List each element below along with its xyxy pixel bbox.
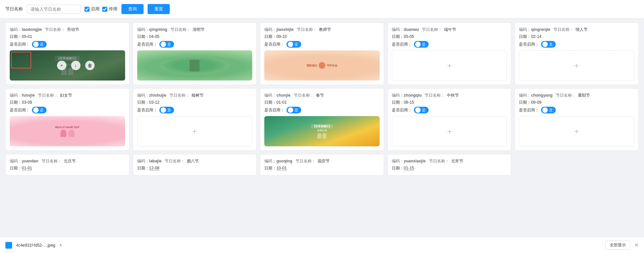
image-area-zhongqiu[interactable]: ＋ <box>392 116 507 146</box>
festival-card-guoqing: 编码：guoqing 节日名称：国庆节 日期：10-01 <box>260 154 384 175</box>
festival-name-label: 节日名称 <box>5 6 23 12</box>
selection-border <box>11 52 31 68</box>
image-area-qingming[interactable] <box>137 50 253 81</box>
festival-card-labajie: 编码：labajie 节日名称：腊八节 日期：12-08 <box>133 154 257 175</box>
festival-card-funvjie: 编码：funvjie 节日名称：妇女节 日期：03-08 是否启用： 是 Wor… <box>5 88 129 151</box>
festival-card-yuanxiaojie: 编码：yuanxiaojie 节日名称：元宵节 日期：01-15 <box>387 154 512 175</box>
toggle-zhishujie[interactable]: 是 <box>159 107 174 113</box>
festival-card-chongyang: 编码：chongyang 节日名称：重阳节 日期：09-09 是否启用： 是 ＋ <box>515 88 639 151</box>
festival-card-duanwu: 编码：duanwu 节日名称：端午节 日期：05-05 是否启用： 是 ＋ <box>387 22 512 85</box>
festival-card-jiaoshijie: 编码：jiaoshijie 节日名称：教师节 日期：09-10 是否启用： 是 … <box>260 22 384 85</box>
image-overlay: ＋ ↓ 🗑 <box>10 50 125 81</box>
file-type-icon <box>5 242 12 249</box>
toggle-funvjie[interactable]: 是 <box>32 107 47 113</box>
upload-icon[interactable]: ＋ <box>57 61 66 70</box>
main-content: 编码：laodongjie 节日名称：劳动节 日期：05-01 是否启用： 是 … <box>0 18 644 253</box>
query-button[interactable]: 查询 <box>121 4 144 14</box>
image-area-chunjie[interactable]: 【世界保健日】 10月11日 <box>264 116 380 146</box>
toggle-qingming[interactable]: 是 <box>159 41 174 48</box>
search-input[interactable] <box>27 5 80 14</box>
festival-card-yuandan: 编码：yuandan 节日名称：元旦节 日期：01-01 <box>5 154 129 175</box>
add-image-icon: ＋ <box>573 61 581 69</box>
festival-card-zhishujie: 编码：zhishujie 节日名称：植树节 日期：03-12 是否启用： 是 ＋ <box>133 88 257 151</box>
filename-label: 4c4e931f-fd52-....jpeg <box>16 243 55 248</box>
card-meta: 编码：laodongjie 节日名称：劳动节 <box>10 27 125 33</box>
reset-button[interactable]: 重置 <box>148 4 170 14</box>
image-area-duanwu[interactable]: ＋ <box>392 50 507 81</box>
image-area-chongyang[interactable]: ＋ <box>519 116 634 146</box>
search-bar: 节日名称 启用 停用 查询 重置 <box>0 0 644 18</box>
festival-card-chunjie: 编码：chunjie 节日名称：春节 日期：01-01 是否启用： 是 【世界保… <box>260 88 384 151</box>
toggle-zhongqiu[interactable]: 是 <box>414 107 429 113</box>
festival-card-qingrenjie: 编码：qingrenjie 节日名称：情人节 日期：02-14 是否启用： 是 … <box>515 22 639 85</box>
image-area-laodongjie[interactable]: 【世界保健日】 10月11日 ＋ ↓ 🗑 <box>10 50 125 81</box>
image-area-qingrenjie[interactable]: ＋ <box>519 50 634 81</box>
toggle-qingrenjie[interactable]: 是 <box>541 41 556 48</box>
stop-checkbox[interactable] <box>102 7 107 12</box>
image-area-funvjie[interactable]: WorLd HeaR DaT <box>10 116 125 146</box>
download-icon[interactable]: ↓ <box>71 61 80 70</box>
show-all-button[interactable]: 全部显示 <box>605 241 630 250</box>
add-image-icon: ＋ <box>573 127 581 135</box>
close-bottom-bar-button[interactable]: ✕ <box>634 242 639 248</box>
filename-chevron-icon[interactable]: ∧ <box>59 243 62 247</box>
festival-grid: 编码：laodongjie 节日名称：劳动节 日期：05-01 是否启用： 是 … <box>5 22 639 175</box>
festival-card-qingming: 编码：qingming 节日名称：清明节 日期：04-05 是否启用： 是 <box>133 22 257 85</box>
add-image-icon: ＋ <box>445 61 453 69</box>
toggle-jiaoshijie[interactable]: 是 <box>286 41 301 48</box>
bottom-bar: 4c4e931f-fd52-....jpeg ∧ 全部显示 ✕ <box>0 237 644 253</box>
festival-card-zhongqiu: 编码：zhongqiu 节日名称：中秋节 日期：08-15 是否启用： 是 ＋ <box>387 88 512 151</box>
image-area-zhishujie[interactable]: ＋ <box>137 116 253 146</box>
stop-checkbox-label[interactable]: 停用 <box>102 6 117 12</box>
festival-card-laodongjie: 编码：laodongjie 节日名称：劳动节 日期：05-01 是否启用： 是 … <box>5 22 129 85</box>
toggle-laodongjie[interactable]: 是 <box>32 41 47 48</box>
toggle-chongyang[interactable]: 是 <box>541 107 556 113</box>
toggle-chunjie[interactable]: 是 <box>286 107 301 113</box>
toggle-duanwu[interactable]: 是 <box>414 41 429 48</box>
image-area-jiaoshijie[interactable]: 预防溺水 守护生命 <box>264 50 380 81</box>
delete-icon[interactable]: 🗑 <box>85 61 95 70</box>
enable-checkbox-label[interactable]: 启用 <box>85 6 100 12</box>
enable-checkbox[interactable] <box>85 7 90 12</box>
status-filter: 启用 停用 <box>85 6 117 12</box>
add-image-icon: ＋ <box>191 127 199 135</box>
add-image-icon: ＋ <box>445 127 453 135</box>
